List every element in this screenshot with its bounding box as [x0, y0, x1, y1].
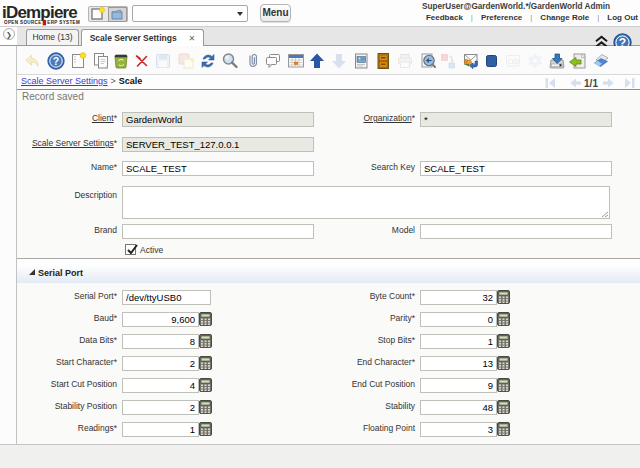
svg-text:1/1: 1/1 [584, 78, 598, 89]
svg-text:?: ? [53, 55, 59, 67]
